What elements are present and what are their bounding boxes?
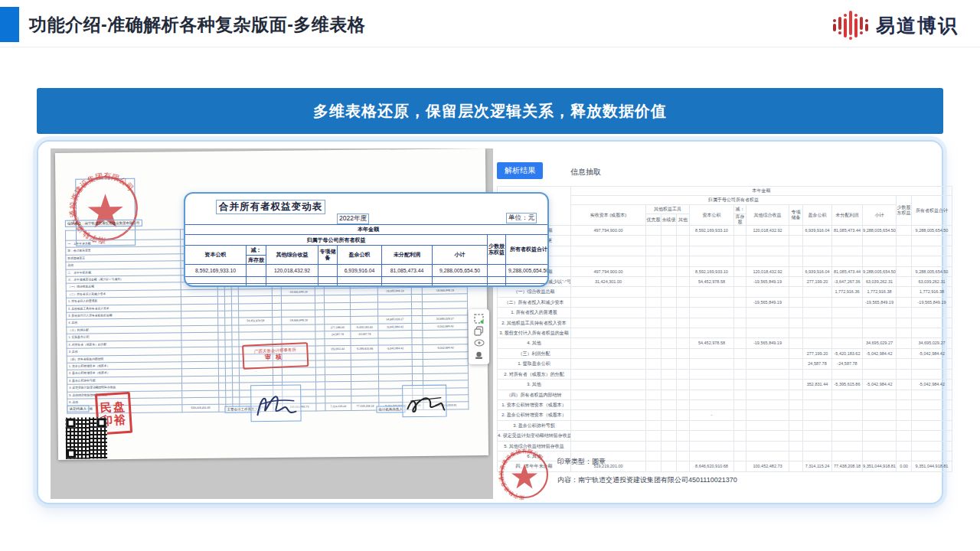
table-cell [646, 369, 662, 379]
table-cell: 120,018,432.92 [746, 266, 789, 276]
table-cell [232, 325, 239, 333]
table-cell [690, 236, 734, 246]
row-label: 3. 股份支付计入所有者权益的金额 [498, 328, 571, 338]
table-cell [832, 318, 863, 328]
table-cell [272, 289, 281, 296]
table-cell: 1,772,916.38 [863, 287, 897, 297]
table-cell [226, 383, 233, 390]
seal-type-label: 印章类型： [557, 458, 592, 465]
qr-code [66, 417, 108, 459]
table-cell [832, 236, 863, 246]
table-cell [789, 348, 803, 358]
copy-icon[interactable] [473, 325, 485, 337]
table-cell [350, 302, 377, 310]
slide: 功能介绍-准确解析各种复杂版面-多维表格 易道博识 多维表格还原，保留层次逻辑关… [0, 0, 980, 551]
table-cell [897, 431, 912, 441]
table-cell [863, 420, 897, 430]
table-cell [266, 277, 318, 284]
logo-bar [833, 19, 836, 31]
table-cell [412, 373, 423, 381]
table-cell [803, 287, 832, 297]
table-cell [897, 420, 912, 430]
table-cell [746, 318, 789, 328]
table-cell [646, 338, 662, 348]
table-cell [662, 318, 677, 328]
table-cell [789, 236, 803, 246]
table-cell [746, 359, 789, 369]
table-cell [378, 309, 412, 317]
table-cell [662, 287, 677, 297]
table-cell: -5,042,984.42 [863, 348, 897, 358]
table-cell [746, 246, 789, 256]
parsed-result-table[interactable]: 本年金额 归属于母公司所有者权益 少数股东权益 所有者权益合计 实收资本 (或股… [497, 186, 952, 472]
table-cell: 352,831.44 [803, 380, 832, 390]
stamp-tool-icon[interactable] [473, 350, 485, 361]
table-cell [734, 431, 746, 441]
table-cell [646, 308, 662, 318]
logo-soundwave-icon [833, 8, 868, 43]
table-cell [803, 390, 832, 399]
table-cell [646, 390, 662, 399]
result-row: 5. 其他综合收益结转留存收益 [498, 441, 952, 451]
table-cell [789, 359, 803, 369]
table-cell [646, 236, 662, 246]
result-row: 1. 所有者投入的普通股 [498, 308, 952, 318]
table-cell [677, 359, 690, 369]
col-subtotal: 小计 [863, 205, 897, 226]
table-cell [662, 266, 677, 276]
table-cell [411, 287, 422, 295]
table-cell [662, 246, 677, 256]
table-cell [238, 303, 272, 311]
result-row: 加：会计政策变更 [498, 236, 952, 246]
seal-content-line: 内容：南宁轨道交通投资建设集团有限公司4501110021370 [557, 475, 737, 485]
table-cell [734, 461, 746, 471]
table-cell [351, 396, 379, 403]
table-cell [662, 236, 677, 246]
table-cell [803, 451, 832, 461]
table-cell [789, 338, 803, 348]
table-cell [789, 246, 803, 256]
table-cell [803, 410, 832, 420]
table-cell [803, 256, 832, 266]
table-cell: 34,695,029.27 [863, 338, 897, 348]
eye-icon[interactable] [473, 337, 485, 349]
table-cell [662, 420, 677, 430]
header-divider [0, 47, 980, 47]
table-cell [734, 287, 746, 297]
select-region-icon[interactable] [473, 313, 485, 324]
table-cell: 54,452,978.58 [690, 277, 734, 287]
table-cell [789, 390, 803, 399]
table-cell [690, 420, 734, 430]
table-cell: 8,592,169,933.10 [690, 226, 734, 236]
table-cell [272, 296, 281, 304]
table-cell [746, 431, 789, 441]
table-cell [351, 367, 378, 374]
table-cell [316, 396, 325, 404]
table-cell [219, 390, 226, 397]
table-cell [690, 451, 734, 461]
tab-info-extract[interactable]: 信息抽取 [566, 166, 606, 178]
table-cell [273, 318, 282, 325]
table-cell [351, 353, 378, 360]
table-cell [912, 441, 952, 451]
table-cell [734, 420, 746, 430]
table-cell [571, 246, 646, 256]
table-cell [832, 246, 863, 256]
table-cell [315, 338, 325, 346]
table-cell [239, 332, 273, 340]
table-cell [238, 296, 272, 304]
table-cell: 0.00 [897, 461, 912, 471]
col-other-instruments: 其他权益工具 [646, 205, 690, 214]
table-cell [646, 246, 662, 256]
table-cell [315, 346, 325, 354]
table-cell: -19,565,849.19 [746, 338, 789, 348]
table-cell [789, 420, 803, 430]
result-row: 前期差错更正 [498, 246, 952, 256]
table-cell [181, 361, 218, 369]
feature-banner: 多维表格还原，保留层次逻辑关系，释放数据价值 [37, 88, 943, 134]
table-cell [217, 289, 224, 296]
tab-parse-result[interactable]: 解析结果 [497, 162, 543, 179]
table-cell [863, 369, 897, 379]
table-cell [912, 399, 952, 409]
logo-bar [849, 11, 852, 40]
